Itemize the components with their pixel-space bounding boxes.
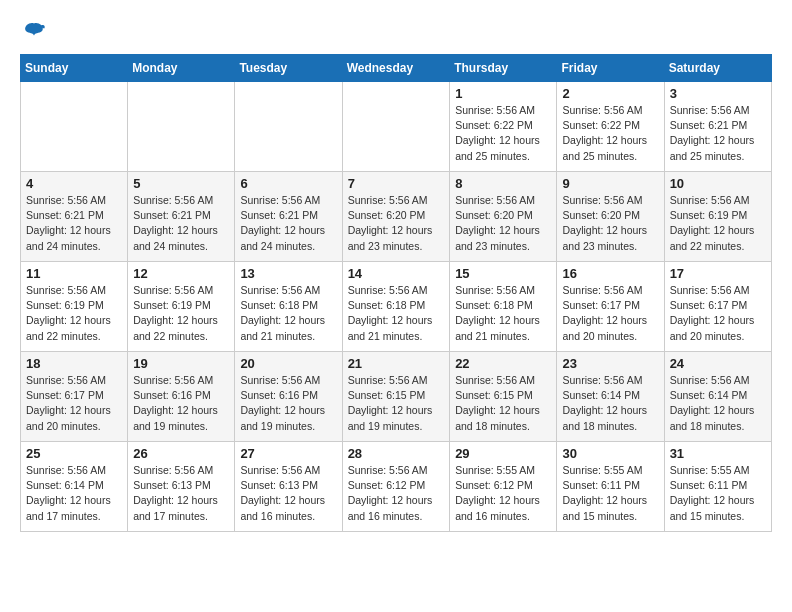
page-header [20, 20, 772, 44]
day-info: Sunrise: 5:56 AM Sunset: 6:14 PM Dayligh… [562, 373, 658, 434]
day-number: 22 [455, 356, 551, 371]
calendar-cell: 26Sunrise: 5:56 AM Sunset: 6:13 PM Dayli… [128, 442, 235, 532]
day-info: Sunrise: 5:56 AM Sunset: 6:16 PM Dayligh… [240, 373, 336, 434]
calendar-cell: 30Sunrise: 5:55 AM Sunset: 6:11 PM Dayli… [557, 442, 664, 532]
weekday-header-thursday: Thursday [450, 55, 557, 82]
logo [20, 20, 46, 44]
day-number: 12 [133, 266, 229, 281]
day-info: Sunrise: 5:56 AM Sunset: 6:17 PM Dayligh… [562, 283, 658, 344]
day-number: 8 [455, 176, 551, 191]
calendar-cell: 3Sunrise: 5:56 AM Sunset: 6:21 PM Daylig… [664, 82, 771, 172]
day-number: 25 [26, 446, 122, 461]
day-number: 2 [562, 86, 658, 101]
calendar-cell [235, 82, 342, 172]
day-number: 23 [562, 356, 658, 371]
day-number: 19 [133, 356, 229, 371]
day-info: Sunrise: 5:56 AM Sunset: 6:19 PM Dayligh… [133, 283, 229, 344]
day-info: Sunrise: 5:56 AM Sunset: 6:20 PM Dayligh… [562, 193, 658, 254]
calendar-cell: 13Sunrise: 5:56 AM Sunset: 6:18 PM Dayli… [235, 262, 342, 352]
day-info: Sunrise: 5:56 AM Sunset: 6:15 PM Dayligh… [348, 373, 445, 434]
calendar-cell: 1Sunrise: 5:56 AM Sunset: 6:22 PM Daylig… [450, 82, 557, 172]
day-info: Sunrise: 5:56 AM Sunset: 6:19 PM Dayligh… [26, 283, 122, 344]
calendar-week-row: 18Sunrise: 5:56 AM Sunset: 6:17 PM Dayli… [21, 352, 772, 442]
calendar-cell: 16Sunrise: 5:56 AM Sunset: 6:17 PM Dayli… [557, 262, 664, 352]
day-info: Sunrise: 5:56 AM Sunset: 6:18 PM Dayligh… [240, 283, 336, 344]
day-info: Sunrise: 5:55 AM Sunset: 6:12 PM Dayligh… [455, 463, 551, 524]
day-info: Sunrise: 5:56 AM Sunset: 6:22 PM Dayligh… [455, 103, 551, 164]
day-info: Sunrise: 5:55 AM Sunset: 6:11 PM Dayligh… [562, 463, 658, 524]
day-number: 21 [348, 356, 445, 371]
day-number: 18 [26, 356, 122, 371]
day-number: 6 [240, 176, 336, 191]
calendar-cell: 28Sunrise: 5:56 AM Sunset: 6:12 PM Dayli… [342, 442, 450, 532]
calendar-cell: 27Sunrise: 5:56 AM Sunset: 6:13 PM Dayli… [235, 442, 342, 532]
calendar-week-row: 25Sunrise: 5:56 AM Sunset: 6:14 PM Dayli… [21, 442, 772, 532]
day-number: 4 [26, 176, 122, 191]
day-number: 14 [348, 266, 445, 281]
day-info: Sunrise: 5:56 AM Sunset: 6:13 PM Dayligh… [240, 463, 336, 524]
day-info: Sunrise: 5:56 AM Sunset: 6:17 PM Dayligh… [26, 373, 122, 434]
calendar-cell: 14Sunrise: 5:56 AM Sunset: 6:18 PM Dayli… [342, 262, 450, 352]
day-number: 29 [455, 446, 551, 461]
calendar-cell: 19Sunrise: 5:56 AM Sunset: 6:16 PM Dayli… [128, 352, 235, 442]
calendar-cell: 2Sunrise: 5:56 AM Sunset: 6:22 PM Daylig… [557, 82, 664, 172]
calendar-cell: 25Sunrise: 5:56 AM Sunset: 6:14 PM Dayli… [21, 442, 128, 532]
weekday-header-monday: Monday [128, 55, 235, 82]
logo-bird-icon [22, 20, 46, 44]
day-number: 31 [670, 446, 766, 461]
calendar-cell [128, 82, 235, 172]
weekday-header-wednesday: Wednesday [342, 55, 450, 82]
weekday-header-friday: Friday [557, 55, 664, 82]
calendar-cell: 6Sunrise: 5:56 AM Sunset: 6:21 PM Daylig… [235, 172, 342, 262]
day-number: 20 [240, 356, 336, 371]
day-number: 27 [240, 446, 336, 461]
day-number: 16 [562, 266, 658, 281]
day-number: 15 [455, 266, 551, 281]
day-info: Sunrise: 5:56 AM Sunset: 6:21 PM Dayligh… [133, 193, 229, 254]
calendar-cell: 4Sunrise: 5:56 AM Sunset: 6:21 PM Daylig… [21, 172, 128, 262]
calendar-cell: 24Sunrise: 5:56 AM Sunset: 6:14 PM Dayli… [664, 352, 771, 442]
calendar-cell: 8Sunrise: 5:56 AM Sunset: 6:20 PM Daylig… [450, 172, 557, 262]
day-info: Sunrise: 5:56 AM Sunset: 6:12 PM Dayligh… [348, 463, 445, 524]
day-number: 5 [133, 176, 229, 191]
calendar-table: SundayMondayTuesdayWednesdayThursdayFrid… [20, 54, 772, 532]
calendar-week-row: 11Sunrise: 5:56 AM Sunset: 6:19 PM Dayli… [21, 262, 772, 352]
calendar-cell: 7Sunrise: 5:56 AM Sunset: 6:20 PM Daylig… [342, 172, 450, 262]
weekday-header-row: SundayMondayTuesdayWednesdayThursdayFrid… [21, 55, 772, 82]
calendar-cell: 31Sunrise: 5:55 AM Sunset: 6:11 PM Dayli… [664, 442, 771, 532]
day-number: 30 [562, 446, 658, 461]
day-info: Sunrise: 5:56 AM Sunset: 6:14 PM Dayligh… [670, 373, 766, 434]
calendar-cell [342, 82, 450, 172]
day-number: 17 [670, 266, 766, 281]
day-info: Sunrise: 5:56 AM Sunset: 6:20 PM Dayligh… [348, 193, 445, 254]
calendar-week-row: 4Sunrise: 5:56 AM Sunset: 6:21 PM Daylig… [21, 172, 772, 262]
day-info: Sunrise: 5:56 AM Sunset: 6:14 PM Dayligh… [26, 463, 122, 524]
calendar-cell: 9Sunrise: 5:56 AM Sunset: 6:20 PM Daylig… [557, 172, 664, 262]
day-number: 28 [348, 446, 445, 461]
weekday-header-tuesday: Tuesday [235, 55, 342, 82]
calendar-cell: 10Sunrise: 5:56 AM Sunset: 6:19 PM Dayli… [664, 172, 771, 262]
calendar-cell: 20Sunrise: 5:56 AM Sunset: 6:16 PM Dayli… [235, 352, 342, 442]
day-info: Sunrise: 5:56 AM Sunset: 6:15 PM Dayligh… [455, 373, 551, 434]
calendar-cell: 17Sunrise: 5:56 AM Sunset: 6:17 PM Dayli… [664, 262, 771, 352]
day-info: Sunrise: 5:55 AM Sunset: 6:11 PM Dayligh… [670, 463, 766, 524]
day-info: Sunrise: 5:56 AM Sunset: 6:21 PM Dayligh… [240, 193, 336, 254]
day-number: 9 [562, 176, 658, 191]
day-number: 10 [670, 176, 766, 191]
calendar-cell: 29Sunrise: 5:55 AM Sunset: 6:12 PM Dayli… [450, 442, 557, 532]
day-info: Sunrise: 5:56 AM Sunset: 6:19 PM Dayligh… [670, 193, 766, 254]
calendar-cell: 12Sunrise: 5:56 AM Sunset: 6:19 PM Dayli… [128, 262, 235, 352]
day-info: Sunrise: 5:56 AM Sunset: 6:21 PM Dayligh… [26, 193, 122, 254]
day-number: 1 [455, 86, 551, 101]
day-info: Sunrise: 5:56 AM Sunset: 6:22 PM Dayligh… [562, 103, 658, 164]
calendar-cell: 18Sunrise: 5:56 AM Sunset: 6:17 PM Dayli… [21, 352, 128, 442]
day-info: Sunrise: 5:56 AM Sunset: 6:16 PM Dayligh… [133, 373, 229, 434]
calendar-cell: 23Sunrise: 5:56 AM Sunset: 6:14 PM Dayli… [557, 352, 664, 442]
day-info: Sunrise: 5:56 AM Sunset: 6:18 PM Dayligh… [348, 283, 445, 344]
weekday-header-sunday: Sunday [21, 55, 128, 82]
day-info: Sunrise: 5:56 AM Sunset: 6:21 PM Dayligh… [670, 103, 766, 164]
calendar-cell [21, 82, 128, 172]
day-number: 24 [670, 356, 766, 371]
calendar-cell: 21Sunrise: 5:56 AM Sunset: 6:15 PM Dayli… [342, 352, 450, 442]
calendar-cell: 22Sunrise: 5:56 AM Sunset: 6:15 PM Dayli… [450, 352, 557, 442]
